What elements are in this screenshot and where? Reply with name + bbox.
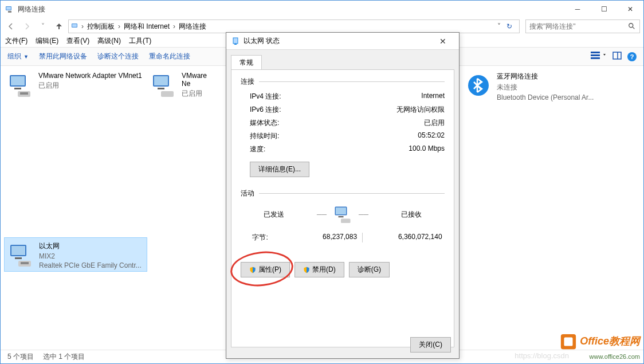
svg-point-6 bbox=[629, 24, 633, 28]
breadcrumb-dropdown[interactable]: ˅ bbox=[495, 22, 503, 30]
svg-rect-35 bbox=[341, 219, 351, 224]
ipv6-value: 无网络访问权限 bbox=[396, 105, 445, 115]
disable-button[interactable]: 禁用(D) bbox=[294, 262, 344, 277]
tab-general[interactable]: 常规 bbox=[231, 55, 262, 70]
speed-label: 速度: bbox=[250, 144, 265, 154]
adapter-status: 已启用 bbox=[38, 81, 142, 91]
section-connection-label: 连接 bbox=[241, 77, 254, 87]
forward-button[interactable] bbox=[20, 19, 34, 33]
watermark-text2: www.office26.com bbox=[590, 353, 640, 360]
maximize-button[interactable]: ☐ bbox=[591, 1, 617, 18]
adapter-name: 以太网 bbox=[39, 241, 142, 251]
network-connections-icon bbox=[5, 5, 14, 14]
search-box[interactable] bbox=[525, 19, 640, 33]
menu-advanced[interactable]: 高级(N) bbox=[97, 36, 121, 46]
bytes-label: 字节: bbox=[243, 233, 277, 242]
svg-rect-3 bbox=[58, 26, 60, 29]
adapter-status: Bluetooth Device (Personal Ar... bbox=[497, 93, 606, 101]
address-breadcrumb[interactable]: › 控制面板 › 网络和 Internet › 网络连接 ˅ ↻ bbox=[68, 19, 520, 33]
search-input[interactable] bbox=[528, 22, 620, 31]
crumb-1[interactable]: 控制面板 bbox=[85, 22, 117, 32]
dialog-close-button[interactable]: ✕ bbox=[431, 37, 454, 46]
svg-rect-8 bbox=[591, 52, 600, 53]
window-title: 网络连接 bbox=[18, 5, 564, 14]
svg-rect-9 bbox=[591, 54, 600, 56]
properties-button[interactable]: 属性(P) bbox=[241, 262, 290, 277]
crumb-3[interactable]: 网络连接 bbox=[176, 22, 209, 32]
tool-organize[interactable]: 组织 ▼ bbox=[7, 52, 29, 61]
adapter-subtitle: 未连接 bbox=[497, 83, 606, 92]
adapter-subtitle: MIX2 bbox=[39, 252, 142, 260]
ipv6-label: IPv6 连接: bbox=[250, 105, 281, 115]
svg-rect-34 bbox=[338, 216, 343, 217]
adapter-item-vmnet8[interactable]: VMware Ne 已启用 bbox=[147, 68, 216, 103]
svg-rect-11 bbox=[613, 52, 621, 59]
activity-graphic: ── ── bbox=[317, 204, 368, 225]
svg-rect-31 bbox=[234, 44, 237, 45]
adapter-name: VMware Network Adapter VMnet1 bbox=[38, 72, 142, 80]
svg-rect-2 bbox=[8, 11, 11, 13]
details-button[interactable]: 详细信息(E)... bbox=[250, 162, 309, 177]
menu-view[interactable]: 查看(V) bbox=[66, 36, 89, 46]
dialog-titlebar[interactable]: 以太网 状态 ✕ bbox=[226, 33, 459, 50]
close-button[interactable]: ✕ bbox=[617, 1, 643, 18]
search-icon[interactable] bbox=[628, 22, 636, 32]
office-logo-icon bbox=[560, 333, 577, 350]
ipv4-label: IPv4 连接: bbox=[250, 92, 281, 101]
svg-rect-10 bbox=[591, 57, 600, 59]
svg-line-7 bbox=[633, 27, 635, 29]
shield-icon bbox=[303, 267, 310, 273]
diagnose-button[interactable]: 诊断(G) bbox=[349, 262, 390, 277]
back-button[interactable] bbox=[4, 19, 18, 33]
svg-rect-21 bbox=[161, 91, 174, 97]
adapter-name: 蓝牙网络连接 bbox=[497, 72, 606, 81]
adapter-status: 已启用 bbox=[182, 89, 214, 99]
close-dialog-button[interactable]: 关闭(C) bbox=[410, 337, 451, 353]
svg-rect-14 bbox=[11, 76, 25, 85]
adapter-status: Realtek PCIe GbE Family Contr... bbox=[39, 261, 142, 269]
duration-label: 持续时间: bbox=[250, 131, 279, 141]
preview-pane-button[interactable] bbox=[612, 51, 622, 62]
tab-strip: 常规 bbox=[226, 50, 459, 69]
menu-edit[interactable]: 编辑(E) bbox=[36, 36, 58, 46]
history-dropdown[interactable]: ˅ bbox=[36, 19, 50, 33]
watermark-text1: Office教程网 bbox=[580, 335, 640, 347]
svg-rect-25 bbox=[15, 257, 22, 259]
svg-rect-1 bbox=[6, 7, 11, 10]
status-selected-count: 选中 1 个项目 bbox=[43, 352, 85, 362]
section-activity-label: 活动 bbox=[241, 189, 254, 198]
network-adapter-icon bbox=[150, 72, 177, 99]
bytes-recv-value: 6,360,072,140 bbox=[368, 233, 442, 242]
recv-label: 已接收 bbox=[388, 210, 434, 220]
tool-rename[interactable]: 重命名此连接 bbox=[149, 52, 190, 61]
svg-rect-17 bbox=[20, 92, 28, 95]
bytes-sent-value: 68,237,083 bbox=[282, 233, 357, 242]
svg-rect-27 bbox=[21, 262, 29, 264]
menu-tools[interactable]: 工具(T) bbox=[129, 36, 151, 46]
view-options-button[interactable] bbox=[591, 51, 607, 62]
adapter-item-ethernet[interactable]: 以太网 MIX2 Realtek PCIe GbE Family Contr..… bbox=[4, 237, 147, 272]
media-label: 媒体状态: bbox=[250, 118, 279, 128]
tab-body: 连接 IPv4 连接:Internet IPv6 连接:无网络访问权限 媒体状态… bbox=[231, 69, 454, 347]
refresh-button[interactable]: ↻ bbox=[504, 22, 515, 30]
svg-rect-33 bbox=[336, 208, 346, 214]
location-icon bbox=[71, 22, 80, 31]
adapter-name: VMware Ne bbox=[182, 72, 214, 88]
ipv4-value: Internet bbox=[421, 92, 445, 101]
ethernet-status-dialog: 以太网 状态 ✕ 常规 连接 IPv4 连接:Internet IPv6 连接:… bbox=[226, 32, 460, 359]
crumb-2[interactable]: 网络和 Internet bbox=[121, 22, 172, 32]
speed-value: 100.0 Mbps bbox=[409, 144, 445, 154]
menu-file[interactable]: 文件(F) bbox=[5, 36, 28, 46]
up-button[interactable] bbox=[52, 19, 66, 33]
help-button[interactable]: ? bbox=[627, 52, 637, 61]
ethernet-icon bbox=[231, 37, 240, 46]
svg-rect-29 bbox=[564, 338, 573, 346]
watermark: Office教程网 www.office26.com bbox=[560, 333, 640, 361]
tool-diagnose[interactable]: 诊断这个连接 bbox=[97, 52, 139, 61]
adapter-item-vmnet1[interactable]: VMware Network Adapter VMnet1 已启用 bbox=[4, 68, 147, 103]
minimize-button[interactable]: ─ bbox=[564, 1, 591, 18]
network-adapter-icon bbox=[7, 241, 34, 269]
duration-value: 05:52:02 bbox=[418, 131, 445, 141]
adapter-item-bluetooth[interactable]: 蓝牙网络连接 未连接 Bluetooth Device (Personal Ar… bbox=[462, 68, 611, 103]
tool-disable-device[interactable]: 禁用此网络设备 bbox=[39, 52, 87, 61]
